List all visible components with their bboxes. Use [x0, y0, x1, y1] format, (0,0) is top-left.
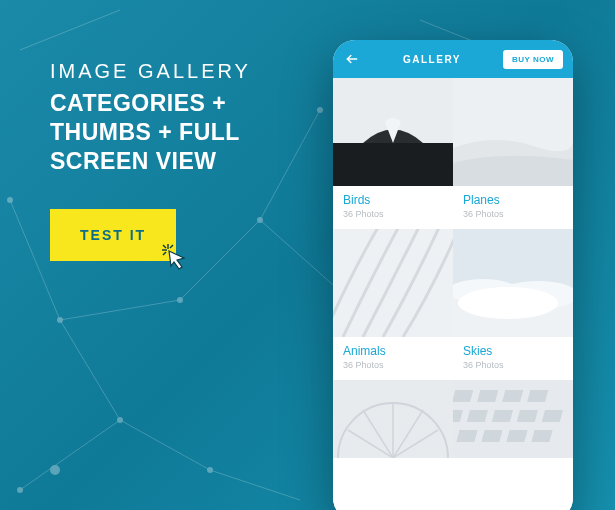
- thumbnail-birds: [333, 78, 453, 186]
- svg-line-24: [163, 245, 166, 248]
- back-button[interactable]: [343, 52, 361, 66]
- svg-rect-45: [453, 390, 473, 402]
- test-it-button[interactable]: TEST IT: [50, 209, 176, 261]
- svg-line-25: [170, 245, 173, 248]
- category-card-partial[interactable]: [453, 380, 573, 458]
- svg-point-14: [177, 297, 183, 303]
- arrow-left-icon: [345, 52, 359, 66]
- svg-point-12: [117, 417, 123, 423]
- cursor-icon: [160, 242, 190, 275]
- svg-line-0: [20, 420, 120, 490]
- svg-rect-47: [502, 390, 523, 402]
- category-card-birds[interactable]: Birds 36 Photos: [333, 78, 453, 229]
- app-bar: GALLERY BUY NOW: [333, 40, 573, 78]
- svg-line-4: [60, 300, 180, 320]
- gallery-grid[interactable]: Birds 36 Photos Planes 36 Photos: [333, 78, 573, 510]
- cta-label: TEST IT: [80, 227, 146, 243]
- svg-line-26: [163, 252, 166, 255]
- svg-point-20: [50, 465, 60, 475]
- svg-rect-55: [456, 430, 477, 442]
- svg-point-18: [17, 487, 23, 493]
- thumbnail-partial: [453, 380, 573, 458]
- category-count: 36 Photos: [463, 209, 563, 219]
- buy-now-button[interactable]: BUY NOW: [503, 50, 563, 69]
- category-count: 36 Photos: [343, 360, 443, 370]
- category-card-skies[interactable]: Skies 36 Photos: [453, 229, 573, 380]
- svg-point-19: [317, 107, 323, 113]
- category-card-planes[interactable]: Planes 36 Photos: [453, 78, 573, 229]
- promo-headline-light: IMAGE GALLERY: [50, 60, 310, 83]
- phone-mockup: GALLERY BUY NOW Birds 36 Photos: [333, 40, 573, 510]
- thumbnail-animals: [333, 229, 453, 337]
- thumbnail-partial: [333, 380, 453, 458]
- category-name: Skies: [463, 344, 563, 358]
- svg-point-17: [207, 467, 213, 473]
- svg-rect-52: [517, 410, 538, 422]
- svg-rect-46: [477, 390, 498, 402]
- category-count: 36 Photos: [343, 209, 443, 219]
- svg-line-11: [210, 470, 300, 500]
- svg-rect-50: [467, 410, 488, 422]
- svg-point-21: [7, 197, 13, 203]
- category-name: Animals: [343, 344, 443, 358]
- app-title: GALLERY: [369, 54, 495, 65]
- svg-rect-51: [492, 410, 513, 422]
- promo-headline-bold: CATEGORIES + THUMBS + FULL SCREEN VIEW: [50, 89, 310, 175]
- svg-line-9: [20, 10, 120, 50]
- category-name: Planes: [463, 193, 563, 207]
- svg-line-2: [60, 320, 120, 420]
- category-card-animals[interactable]: Animals 36 Photos: [333, 229, 453, 380]
- category-name: Birds: [343, 193, 443, 207]
- category-count: 36 Photos: [463, 360, 563, 370]
- svg-rect-58: [531, 430, 552, 442]
- svg-rect-53: [542, 410, 563, 422]
- svg-rect-56: [481, 430, 502, 442]
- svg-rect-57: [506, 430, 527, 442]
- svg-rect-48: [527, 390, 548, 402]
- svg-point-36: [458, 287, 558, 319]
- category-card-partial[interactable]: [333, 380, 453, 458]
- thumbnail-skies: [453, 229, 573, 337]
- svg-rect-29: [333, 143, 453, 186]
- svg-point-13: [57, 317, 63, 323]
- thumbnail-planes: [453, 78, 573, 186]
- svg-line-1: [120, 420, 210, 470]
